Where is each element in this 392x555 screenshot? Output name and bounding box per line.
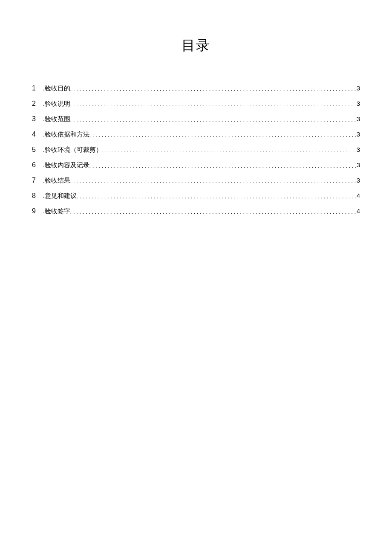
toc-leader-dots (89, 163, 356, 169)
toc-entry-number: 5 (32, 146, 43, 153)
toc-entry-number: 2 (32, 100, 43, 107)
document-page: 目录 1 .验收目的 3 2 .验收说明 3 3 .验收范围 3 4 .验收依据… (0, 0, 392, 215)
toc-entry-number: 9 (32, 208, 43, 215)
toc-entry-page: 3 (356, 131, 360, 137)
toc-entry-number: 8 (32, 192, 43, 199)
toc-entry-page: 3 (356, 146, 360, 153)
toc-entry-page: 4 (356, 208, 360, 214)
toc-leader-dots (70, 86, 356, 92)
toc-entry[interactable]: 3 .验收范围 3 (32, 116, 360, 122)
toc-entry-page: 3 (356, 177, 360, 183)
toc-entry-page: 4 (356, 192, 360, 199)
toc-leader-dots (89, 132, 356, 138)
toc-leader-dots (102, 148, 356, 153)
toc-entry-label: .验收签字 (43, 208, 70, 215)
toc-entry-label: .验收范围 (43, 116, 70, 122)
toc-entry-page: 3 (356, 162, 360, 168)
toc-entry-number: 3 (32, 116, 43, 122)
toc-entry-label: .验收目的 (43, 85, 70, 92)
toc-entry[interactable]: 7 .验收结果 3 (32, 177, 360, 184)
toc-entry[interactable]: 9 .验收签字 4 (32, 208, 360, 215)
toc-leader-dots (70, 209, 356, 215)
toc-list: 1 .验收目的 3 2 .验收说明 3 3 .验收范围 3 4 .验收依据和方法… (32, 85, 360, 215)
toc-entry[interactable]: 2 .验收说明 3 (32, 100, 360, 107)
toc-title: 目录 (32, 36, 360, 55)
toc-entry-label: .验收环境（可裁剪） (43, 147, 102, 153)
toc-leader-dots (77, 194, 356, 199)
toc-entry[interactable]: 6 .验收内容及记录 3 (32, 162, 360, 169)
toc-entry[interactable]: 1 .验收目的 3 (32, 85, 360, 92)
toc-entry[interactable]: 4 .验收依据和方法 3 (32, 131, 360, 138)
toc-entry-page: 3 (356, 85, 360, 91)
toc-leader-dots (70, 102, 356, 107)
toc-entry-number: 7 (32, 177, 43, 184)
toc-entry-label: .验收内容及记录 (43, 162, 89, 169)
toc-entry-number: 6 (32, 162, 43, 169)
toc-leader-dots (70, 178, 356, 184)
toc-entry[interactable]: 8 .意见和建议 4 (32, 192, 360, 199)
toc-entry-label: .验收说明 (43, 101, 70, 107)
toc-entry-number: 4 (32, 131, 43, 138)
toc-entry-label: .验收依据和方法 (43, 131, 89, 138)
toc-entry-number: 1 (32, 85, 43, 92)
toc-leader-dots (70, 117, 356, 122)
toc-entry-page: 3 (356, 100, 360, 107)
toc-entry-page: 3 (356, 116, 360, 122)
toc-entry-label: .验收结果 (43, 177, 70, 184)
toc-entry-label: .意见和建议 (43, 193, 77, 199)
toc-entry[interactable]: 5 .验收环境（可裁剪） 3 (32, 146, 360, 153)
